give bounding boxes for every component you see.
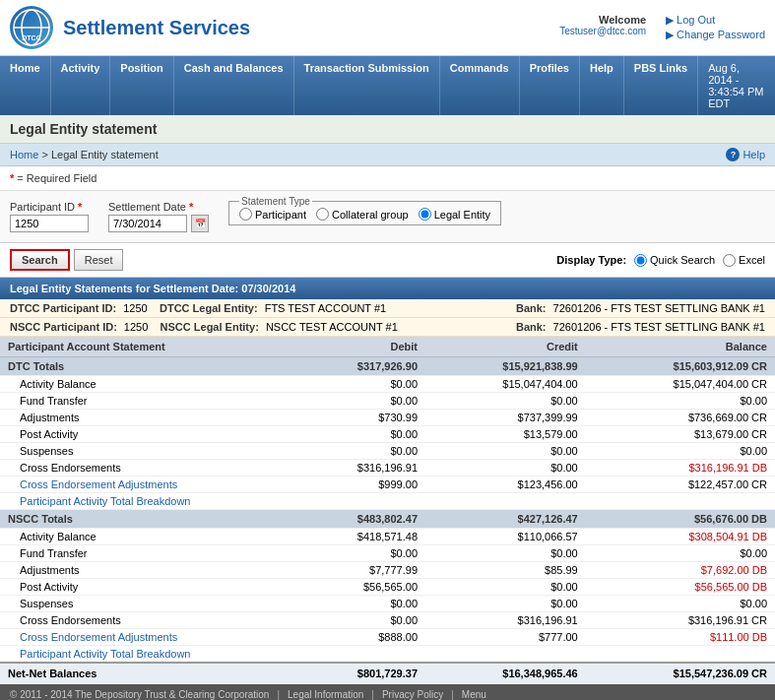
post-activity-label: Post Activity (0, 426, 289, 443)
table-row: Activity Balance $418,571.48 $110,066.57… (0, 529, 775, 545)
nscc-info-row: NSCC Participant ID: 1250 NSCC Legal Ent… (0, 318, 775, 337)
radio-participant-input[interactable] (239, 208, 252, 221)
cross-endorsements-credit: $0.00 (425, 460, 586, 477)
display-excel-input[interactable] (723, 254, 736, 267)
action-buttons: Search Reset (10, 249, 123, 271)
results-header: Legal Entity Statements for Settlement D… (0, 278, 775, 299)
table-row: Fund Transfer $0.00 $0.00 $0.00 (0, 393, 775, 410)
footer-privacy-link[interactable]: Privacy Policy (382, 689, 443, 700)
nscc-participant-activity-link-cell: Participant Activity Total Breakdown (0, 646, 775, 664)
footer-menu-link[interactable]: Menu (462, 689, 486, 700)
suspenses-credit: $0.00 (425, 443, 586, 460)
adjustments-credit: $737,399.99 (425, 410, 586, 426)
form-row: Participant ID * Settlement Date * 📅 Sta… (10, 201, 765, 232)
nscc-cross-endorsements-label: Cross Endorsements (0, 612, 289, 629)
logout-link[interactable]: ▶Log Out (666, 14, 765, 27)
nav-activity[interactable]: Activity (51, 56, 111, 115)
participant-id-input[interactable] (10, 215, 89, 232)
cross-endorsement-adj-balance: $122,457.00 CR (586, 477, 775, 493)
nav-home[interactable]: Home (0, 56, 51, 115)
radio-legal-entity-input[interactable] (419, 208, 431, 221)
footer-legal-link[interactable]: Legal Information (288, 689, 363, 700)
nav-datetime: Aug 6, 2014 - 3:43:54 PM EDT (698, 56, 775, 115)
dtc-totals-row: DTC Totals $317,926.90 $15,921,838.99 $1… (0, 357, 775, 376)
nscc-adjustments-credit: $85.99 (425, 562, 586, 579)
nscc-fund-transfer-label: Fund Transfer (0, 545, 289, 562)
nscc-suspenses-credit: $0.00 (425, 596, 586, 612)
nscc-activity-balance-balance: $308,504.91 DB (586, 529, 775, 545)
help-link[interactable]: ? Help (726, 148, 765, 161)
radio-legal-entity[interactable]: Legal Entity (419, 208, 490, 221)
breadcrumb-home[interactable]: Home (10, 149, 38, 160)
dtcc-legal-entity-value: FTS TEST ACCOUNT #1 (265, 302, 386, 314)
nav-pbs-links[interactable]: PBS Links (624, 56, 698, 115)
settlement-date-label: Settlement Date * (108, 201, 209, 213)
dtcc-participant-info: DTCC Participant ID: 1250 DTCC Legal Ent… (10, 302, 386, 314)
nav-transaction-submission[interactable]: Transaction Submission (294, 56, 440, 115)
fund-transfer-balance: $0.00 (586, 393, 775, 410)
radio-participant[interactable]: Participant (239, 208, 306, 221)
suspenses-debit: $0.00 (289, 443, 425, 460)
nav-position[interactable]: Position (110, 56, 173, 115)
table-header: Participant Account Statement Debit Cred… (0, 337, 775, 357)
dtcc-info-row: DTCC Participant ID: 1250 DTCC Legal Ent… (0, 299, 775, 318)
required-note: * = Required Field (0, 166, 775, 191)
nav-commands[interactable]: Commands (440, 56, 520, 115)
footer-sep1: | (277, 689, 280, 700)
top-right: Welcome Testuser@dtcc.com ▶Log Out ▶Chan… (559, 14, 765, 41)
required-star: * (10, 172, 14, 184)
suspenses-balance: $0.00 (586, 443, 775, 460)
table-row: Post Activity $56,565.00 $0.00 $56,565.0… (0, 579, 775, 596)
col-debit: Debit (289, 337, 425, 357)
nscc-participant-activity-link[interactable]: Participant Activity Total Breakdown (20, 648, 190, 660)
nscc-totals-debit: $483,802.47 (289, 510, 425, 529)
radio-collateral[interactable]: Collateral group (316, 208, 409, 221)
display-quick-search-input[interactable] (634, 254, 647, 267)
data-table: Participant Account Statement Debit Cred… (0, 337, 775, 684)
participant-activity-link[interactable]: Participant Activity Total Breakdown (20, 495, 190, 507)
help-label: Help (743, 149, 765, 160)
nscc-adjustments-label: Adjustments (0, 562, 289, 579)
calendar-icon[interactable]: 📅 (191, 215, 209, 232)
statement-type-label: Statement Type (239, 196, 312, 207)
table-row: Suspenses $0.00 $0.00 $0.00 (0, 443, 775, 460)
radio-collateral-input[interactable] (316, 208, 329, 221)
change-password-link[interactable]: ▶Change Password (666, 29, 765, 41)
table-row: Fund Transfer $0.00 $0.00 $0.00 (0, 545, 775, 562)
nscc-activity-balance-debit: $418,571.48 (289, 529, 425, 545)
participant-id-group: Participant ID * (10, 201, 89, 232)
net-net-label: Net-Net Balances (0, 663, 289, 684)
nscc-totals-credit: $427,126.47 (425, 510, 586, 529)
nscc-cross-endorsement-adj-link[interactable]: Cross Endorsement Adjustments (20, 631, 177, 643)
nav-cash-balances[interactable]: Cash and Balances (174, 56, 294, 115)
post-activity-debit: $0.00 (289, 426, 425, 443)
nscc-activity-balance-credit: $110,066.57 (425, 529, 586, 545)
table-row: Adjustments $730.99 $737,399.99 $736,669… (0, 410, 775, 426)
dtcc-logo: DTCC (10, 6, 53, 49)
nscc-cross-endorsement-adj-balance: $111.00 DB (586, 629, 775, 646)
svg-text:DTCC: DTCC (22, 34, 40, 41)
table-row: Adjustments $7,777.99 $85.99 $7,692.00 D… (0, 562, 775, 579)
display-excel[interactable]: Excel (723, 254, 765, 267)
settlement-date-input[interactable] (108, 215, 187, 232)
adjustments-label: Adjustments (0, 410, 289, 426)
cross-endorsement-adj-link[interactable]: Cross Endorsement Adjustments (20, 478, 177, 490)
nscc-suspenses-label: Suspenses (0, 596, 289, 612)
nscc-bank-info: Bank: 72601206 - FTS TEST SETTLING BANK … (516, 321, 765, 333)
cross-endorsement-adj-credit: $123,456.00 (425, 477, 586, 493)
nscc-post-activity-credit: $0.00 (425, 579, 586, 596)
net-net-debit: $801,729.37 (289, 663, 425, 684)
nscc-participant-info: NSCC Participant ID: 1250 NSCC Legal Ent… (10, 321, 398, 333)
search-button[interactable]: Search (10, 249, 70, 271)
reset-button[interactable]: Reset (74, 249, 124, 271)
display-quick-search[interactable]: Quick Search (634, 254, 715, 267)
settlement-required-star: * (189, 201, 193, 213)
nscc-adjustments-balance: $7,692.00 DB (586, 562, 775, 579)
post-activity-credit: $13,579.00 (425, 426, 586, 443)
nav-help[interactable]: Help (580, 56, 624, 115)
table-row: Cross Endorsements $0.00 $316,196.91 $31… (0, 612, 775, 629)
date-wrapper: 📅 (108, 215, 209, 232)
participant-required-star: * (78, 201, 82, 213)
nav-profiles[interactable]: Profiles (520, 56, 580, 115)
welcome-label: Welcome (559, 14, 646, 26)
